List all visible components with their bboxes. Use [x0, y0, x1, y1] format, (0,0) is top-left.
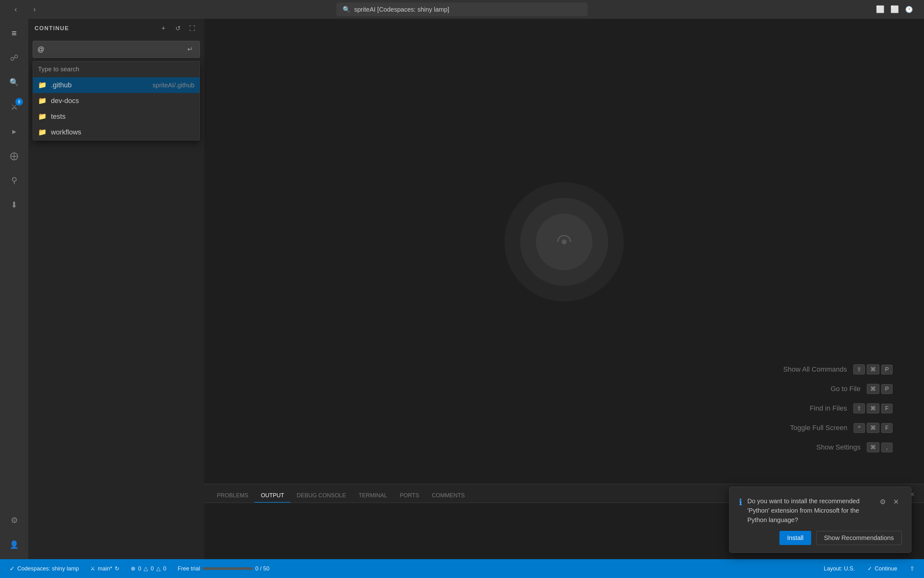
key-cmd: ⌘ — [867, 384, 879, 394]
nav-forward-button[interactable]: › — [28, 3, 41, 16]
key-f: F — [881, 404, 893, 413]
shortcut-label: Show All Commands — [783, 365, 847, 373]
search-input-wrapper: ↵ — [33, 41, 200, 58]
sidebar-item-menu[interactable]: ≡ — [3, 22, 26, 45]
sidebar-item-explorer[interactable]: ☍ — [3, 47, 26, 69]
title-bar-search[interactable]: 🔍 spriteAI [Codespaces: shiny lamp] — [336, 3, 588, 16]
window-layout-icon[interactable]: ⬜ — [874, 4, 886, 15]
search-input[interactable] — [37, 45, 182, 54]
free-trial-count: 0 / 50 — [255, 565, 269, 572]
free-trial-label: Free trial — [177, 565, 200, 572]
notification-settings-button[interactable]: ⚙ — [877, 496, 888, 508]
errors-indicator[interactable]: ⊗ 0 △ 0 △ 0 — [128, 564, 169, 573]
errors-count: 0 — [138, 565, 141, 572]
warnings-count: 0 — [151, 565, 154, 572]
notification-close-button[interactable]: ✕ — [890, 496, 902, 508]
search-icon: 🔍 — [10, 78, 19, 87]
show-recommendations-button[interactable]: Show Recommendations — [816, 531, 902, 545]
dropdown-item-github[interactable]: 📁 .github spriteAI/.github — [33, 77, 200, 93]
svg-point-0 — [562, 239, 567, 244]
dropdown-item-dev-docs[interactable]: 📁 dev-docs — [33, 93, 200, 109]
key-f: F — [881, 423, 893, 433]
expand-icon[interactable]: ⇧ — [907, 564, 918, 573]
sidebar-item-run[interactable]: ▸ — [3, 120, 26, 143]
sidebar-item-remote-explorer[interactable]: ⬇ — [3, 193, 26, 216]
accounts-icon: 👤 — [10, 540, 19, 549]
explorer-icon: ☍ — [10, 53, 18, 63]
shortcut-keys: ⇧ ⌘ F — [853, 403, 893, 413]
source-control-badge: 8 — [15, 98, 23, 106]
remote-icon: ✓ — [10, 565, 15, 572]
menu-icon: ≡ — [11, 28, 17, 38]
search-container: ↵ Type to search 📁 .github spriteAI/.git… — [28, 38, 204, 61]
shortcut-label: Show Settings — [816, 443, 861, 451]
layout-indicator[interactable]: Layout: U.S. — [821, 564, 858, 573]
window-minimize-icon[interactable]: ⬜ — [889, 4, 900, 15]
info-count: 0 — [163, 565, 166, 572]
continue-panel-actions: + ↺ ⛶ — [158, 23, 198, 34]
key-cmd: ⌘ — [867, 403, 879, 413]
history-button[interactable]: ↺ — [172, 23, 184, 34]
sidebar-item-settings[interactable]: ⚙ — [3, 509, 26, 531]
errors-icon: ⊗ — [131, 565, 135, 572]
dropdown-item-tests[interactable]: 📁 tests — [33, 109, 200, 124]
dropdown-item-name: dev-docs — [51, 97, 195, 105]
free-trial-container[interactable]: Free trial 0 / 50 — [174, 564, 272, 573]
sidebar-item-github[interactable]: ⚲ — [3, 169, 26, 192]
continue-panel: CONTINUE + ↺ ⛶ ↵ Type to search 📁 .githu… — [28, 19, 204, 559]
tab-output[interactable]: OUTPUT — [255, 489, 290, 503]
sidebar-item-search[interactable]: 🔍 — [3, 71, 26, 94]
shortcut-label: Find in Files — [810, 404, 847, 412]
extensions-icon: ⨁ — [10, 151, 18, 161]
notification-text: Do you want to install the recommended '… — [747, 496, 872, 524]
dropdown-hint: Type to search — [33, 61, 200, 77]
settings-icon: ⚙ — [11, 515, 18, 525]
dropdown-item-name: .github — [51, 81, 148, 89]
key-ctrl: ^ — [854, 423, 865, 433]
shortcut-label: Go to File — [831, 385, 861, 393]
add-button[interactable]: + — [158, 23, 169, 34]
tab-problems[interactable]: PROBLEMS — [211, 489, 255, 503]
notification-actions: Install Show Recommendations — [739, 531, 902, 545]
title-bar-left: ‹ › — [10, 3, 41, 16]
dropdown-item-path: spriteAI/.github — [153, 82, 195, 89]
continue-panel-title: CONTINUE — [34, 25, 153, 32]
shortcut-keys: ⇧ ⌘ P — [853, 364, 893, 375]
sidebar-bottom-items: ⚙ 👤 — [3, 509, 26, 559]
tab-comments[interactable]: COMMENTS — [426, 489, 471, 503]
branch-icon: ⚔ — [90, 565, 95, 572]
check-icon: ✓ — [867, 565, 872, 572]
sync-icon: ↻ — [115, 565, 119, 572]
key-comma: , — [881, 443, 893, 452]
branch-indicator[interactable]: ⚔ main* ↻ — [87, 564, 122, 573]
install-button[interactable]: Install — [779, 531, 811, 545]
notification-toast: ℹ Do you want to install the recommended… — [729, 487, 911, 553]
notification-info-icon: ℹ — [739, 497, 742, 507]
sidebar-item-source-control[interactable]: ⚔ 8 — [3, 96, 26, 118]
key-shift: ⇧ — [853, 364, 865, 375]
sidebar-item-extensions[interactable]: ⨁ — [3, 144, 26, 167]
remote-indicator[interactable]: ✓ Codespaces: shiny lamp — [6, 563, 82, 573]
continue-indicator[interactable]: ✓ Continue — [864, 564, 900, 573]
up-arrow-icon: ⇧ — [910, 565, 914, 572]
key-cmd: ⌘ — [867, 423, 879, 433]
search-icon: 🔍 — [343, 6, 350, 13]
window-time-icon[interactable]: 🕐 — [903, 4, 914, 15]
remote-label: Codespaces: shiny lamp — [17, 565, 79, 572]
sidebar-item-accounts[interactable]: 👤 — [3, 533, 26, 556]
nav-back-button[interactable]: ‹ — [10, 3, 22, 16]
search-submit-button[interactable]: ↵ — [185, 44, 195, 55]
fullscreen-button[interactable]: ⛶ — [187, 23, 198, 34]
key-p: P — [881, 365, 893, 375]
key-cmd: ⌘ — [867, 442, 879, 452]
layout-label: Layout: U.S. — [824, 565, 855, 572]
dropdown-item-name: tests — [51, 112, 195, 121]
dropdown-item-workflows[interactable]: 📁 workflows — [33, 124, 200, 140]
tab-debug-console[interactable]: DEBUG CONSOLE — [290, 489, 352, 503]
search-dropdown: Type to search 📁 .github spriteAI/.githu… — [33, 61, 200, 140]
continue-label: Continue — [875, 565, 897, 572]
tab-ports[interactable]: PORTS — [394, 489, 426, 503]
shortcut-keys: ^ ⌘ F — [854, 423, 893, 433]
continue-panel-header: CONTINUE + ↺ ⛶ — [28, 19, 204, 38]
tab-terminal[interactable]: TERMINAL — [352, 489, 394, 503]
